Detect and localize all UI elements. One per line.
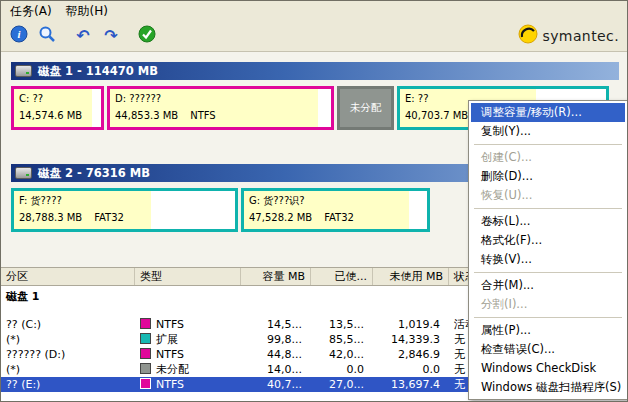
cell-type: NTFS [135,377,241,392]
partition-size-value: 44,853.3 MB [115,110,178,121]
redo-icon: ↷ [104,28,117,44]
partition-c[interactable]: C: ?? 14,574.6 MB [11,86,104,130]
partition-name: D: ?????? [115,92,331,106]
partition-magic-window: 任务(A) 帮助(H) i ↶ ↷ [0,0,628,402]
disk2-partition-row: F: 货???? 28,788.3 MBFAT32 G: 货???识? 47,5… [11,188,430,232]
apply-changes-button[interactable] [134,23,160,49]
cell-partition: (*) [1,362,135,377]
cell-capacity: 14,0... [241,362,311,377]
cell-type: NTFS [135,347,241,362]
magnifier-icon [38,25,56,47]
partition-size: 47,528.2 MBFAT32 [249,211,427,225]
hard-disk-icon [15,65,32,77]
column-header-partition[interactable]: 分区 [1,268,135,285]
cell-used: 0.0 [311,362,373,377]
menu-item-properties[interactable]: 属性(P)... [471,321,625,340]
cell-capacity: 14,5... [241,317,311,332]
undo-icon: ↶ [76,28,89,44]
menu-item-windows-scandisk[interactable]: Windows 磁盘扫描程序(S) [471,378,625,397]
type-label: 未分配 [156,363,189,376]
disk2-title: 磁盘 2 - 76316 MB [38,166,150,181]
menu-item-merge[interactable]: 合并(M)... [471,276,625,295]
menu-item-windows-checkdisk[interactable]: Windows CheckDisk [471,359,625,378]
type-color-swatch [140,348,151,359]
cell-unused: 1,019.4 [373,317,449,332]
menu-separator [474,272,622,273]
cell-used: 13,5... [311,317,373,332]
partition-label: F: 货???? 28,788.3 MBFAT32 [14,191,235,225]
cell-used: 27,0... [311,377,373,392]
type-label: NTFS [156,348,184,361]
menu-bar: 任务(A) 帮助(H) [1,1,627,21]
menu-item-copy[interactable]: 复制(Y)... [471,122,625,141]
menu-item-create[interactable]: 创建(C)... [471,148,625,167]
cell-partition: ?? (C:) [1,317,135,332]
menu-item-split[interactable]: 分割(I)... [471,295,625,314]
menu-item-resize-move[interactable]: 调整容量/移动(R)... [471,103,625,122]
redo-button[interactable]: ↷ [98,23,124,49]
partition-name: F: 货???? [19,194,235,208]
partition-size-value: 28,788.3 MB [19,212,82,223]
cell-capacity: 44,8... [241,347,311,362]
info-button[interactable]: i [6,23,32,49]
column-header-used[interactable]: 已使... [311,268,373,285]
disk1-header: 磁盘 1 - 114470 MB [11,62,619,80]
context-menu: 调整容量/移动(R)... 复制(Y)... 创建(C)... 删除(D)...… [468,100,628,400]
menu-item-label[interactable]: 卷标(L)... [471,212,625,231]
menu-separator [474,317,622,318]
menu-item-check-errors[interactable]: 检查错误(C)... [471,340,625,359]
partition-label: C: ?? 14,574.6 MB [14,89,101,123]
menu-separator [474,144,622,145]
partition-name: G: 货???识? [249,194,427,208]
partition-size: 14,574.6 MB [19,109,101,123]
menu-item-task[interactable]: 任务(A) [3,1,59,22]
partition-fs: FAT32 [94,212,124,223]
cell-type: 未分配 [135,362,241,377]
apply-check-icon [138,25,156,47]
cell-type: 扩展 [135,332,241,347]
symantec-logo-text: symantec. [542,28,619,44]
column-header-type[interactable]: 类型 [135,268,241,285]
type-color-swatch [140,378,151,389]
cell-used: 85,5... [311,332,373,347]
partition-label: G: 货???识? 47,528.2 MBFAT32 [244,191,427,225]
partition-size: 44,853.3 MBNTFS [115,109,331,123]
menu-item-convert[interactable]: 转换(V)... [471,250,625,269]
partition-label: D: ?????? 44,853.3 MBNTFS [110,89,331,123]
partition-f[interactable]: F: 货???? 28,788.3 MBFAT32 [11,188,238,232]
type-color-swatch [140,318,151,329]
menu-item-undelete[interactable]: 恢复(U)... [471,186,625,205]
menu-item-help[interactable]: 帮助(H) [59,1,115,22]
partition-fs: NTFS [190,110,216,121]
cell-capacity: 99,8... [241,332,311,347]
cell-unused: 14,339.3 [373,332,449,347]
partition-d[interactable]: D: ?????? 44,853.3 MBNTFS [107,86,334,130]
partition-unallocated[interactable]: 未分配 [337,86,394,130]
partition-fs: FAT32 [324,212,354,223]
cell-partition: ?????? (D:) [1,347,135,362]
undo-button[interactable]: ↶ [70,23,96,49]
cell-partition: (*) [1,332,135,347]
cell-type: NTFS [135,317,241,332]
type-color-swatch [140,363,151,374]
unallocated-label: 未分配 [350,101,382,115]
menu-item-format[interactable]: 格式化(F)... [471,231,625,250]
info-icon: i [10,25,28,47]
cell-unused: 13,697.4 [373,377,449,392]
cell-unused: 2,846.9 [373,347,449,362]
partition-g[interactable]: G: 货???识? 47,528.2 MBFAT32 [241,188,430,232]
zoom-button[interactable] [34,23,60,49]
toolbar: i ↶ ↷ symantec. [1,21,627,52]
cell-unused: 0.0 [373,362,449,377]
column-header-capacity[interactable]: 容量 MB [241,268,311,285]
column-header-unused[interactable]: 未使用 MB [373,268,449,285]
cell-used: 42,0... [311,347,373,362]
disk1-title: 磁盘 1 - 114470 MB [38,64,158,79]
type-label: 扩展 [156,333,178,346]
type-color-swatch [140,333,151,344]
type-label: NTFS [156,318,184,331]
hard-disk-icon [15,167,32,179]
menu-item-delete[interactable]: 删除(D)... [471,167,625,186]
partition-size-value: 14,574.6 MB [19,110,82,121]
symantec-logo-icon [518,24,538,48]
